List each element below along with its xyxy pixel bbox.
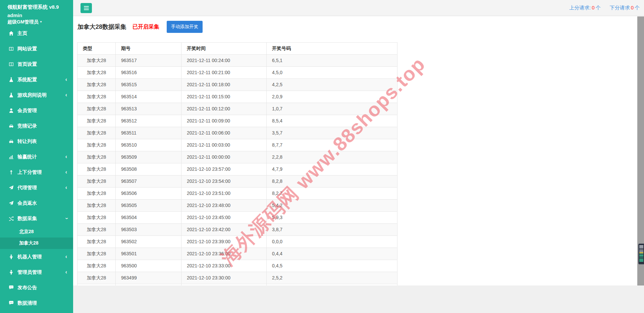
cell-draw-numbers: 8,7,7 [267,139,397,151]
cell-draw-numbers: 5,4,2 [267,200,397,212]
car-icon [9,139,14,144]
sidebar-item-member-management[interactable]: 会员管理 [0,103,73,118]
cell-draw-numbers: 3,5,7 [267,127,397,139]
bar-chart-icon [9,154,14,159]
cell-draw-time: 2021-12-11 00:18:00 [181,79,267,91]
comment-icon [9,285,14,290]
sidebar-item-label: 首页设置 [17,61,37,67]
cell-draw-numbers: 2,5,2 [267,272,397,284]
sidebar-item-label: 主页 [17,30,27,37]
cell-draw-numbers: 1,0,7 [267,103,397,115]
sidebar-subitem-label: 加拿大28 [19,240,39,246]
sidebar-item-data-collection[interactable]: 数据采集‹ [0,211,73,226]
cell-type: 加拿大28 [77,163,116,175]
level-up-icon [9,170,14,175]
sidebar-item-home[interactable]: 主页 [0,25,73,41]
cell-draw-numbers: 2,2,8 [267,151,397,163]
sidebar-item-label: 竞猜记录 [17,123,37,129]
table-row: 加拿大289635032021-12-10 23:42:003,8,7 [77,224,397,236]
caret-down-icon: ▾ [40,19,42,24]
column-header: 期号 [116,43,181,55]
paper-plane-icon [9,201,14,206]
cell-issue-number: 963505 [116,200,181,212]
sidebar-item-label: 系统配置 [17,76,37,83]
cell-type: 加拿大28 [77,260,116,272]
sidebar-item-system-config[interactable]: 系统配置‹ [0,72,73,87]
sidebar-item-transfer-list[interactable]: 转让列表 [0,134,73,149]
cell-issue-number: 963502 [116,236,181,248]
sidebar-item-site-settings[interactable]: 网站设置 [0,41,73,56]
sidebar-item-betting-records[interactable]: 竞猜记录 [0,118,73,134]
sidebar-item-game-room-info[interactable]: 游戏房间说明‹ [0,87,73,103]
cell-draw-time: 2021-12-10 23:42:00 [181,224,267,236]
manual-add-draw-button[interactable]: 手动添加开奖 [167,21,203,33]
cell-type: 加拿大28 [77,188,116,200]
down-score-request-link[interactable]: 下分请求0个 [610,5,640,11]
sidebar-item-agent-management[interactable]: 代理管理‹ [0,180,73,195]
sidebar-subitem-label: 北京28 [19,229,34,235]
cell-draw-numbers: 0,4,5 [267,260,397,272]
sidebar-item-label: 上下分管理 [17,169,42,175]
cell-type: 加拿大28 [77,200,116,212]
cell-draw-numbers: 6,5,1 [267,55,397,67]
table-row: 加拿大289635162021-12-11 00:21:004,5,0 [77,67,397,79]
sidebar-item-win-loss-stats[interactable]: 输赢统计‹ [0,149,73,164]
sidebar-item-publish-announcement[interactable]: 发布公告 [0,280,73,295]
table-row: 加拿大289635132021-12-11 00:12:001,0,7 [77,103,397,115]
cell-type: 加拿大28 [77,236,116,248]
cell-draw-numbers: 8,5,4 [267,115,397,127]
cell-issue-number: 963516 [116,67,181,79]
sidebar-subitem-canada28[interactable]: 加拿大28 [0,238,73,249]
username: admin [0,10,73,18]
collection-status-badge: 已开启采集 [132,23,159,31]
up-score-request-link[interactable]: 上分请求:0个 [569,5,601,11]
cell-draw-numbers: 4,7,9 [267,163,397,175]
cell-draw-time: 2021-12-11 00:06:00 [181,127,267,139]
sidebar-item-admin-management[interactable]: 管理员管理‹ [0,264,73,280]
minimap-widget[interactable] [638,244,644,264]
cell-issue-number: 963512 [116,115,181,127]
cell-type: 加拿大28 [77,67,116,79]
sidebar-menu: 主页网站设置首页设置系统配置‹游戏房间说明‹会员管理竞猜记录转让列表输赢统计‹上… [0,25,73,311]
chevron-left-icon: ‹ [65,154,67,159]
results-table: 类型期号开奖时间开奖号码 加拿大289635172021-12-11 00:24… [77,42,397,285]
cell-draw-time: 2021-12-11 00:21:00 [181,67,267,79]
sidebar-item-member-rebate[interactable]: 会员返水 [0,195,73,211]
cell-draw-time: 2021-12-11 00:24:00 [181,55,267,67]
cell-issue-number: 963508 [116,163,181,175]
cell-draw-time: 2021-12-10 23:51:00 [181,188,267,200]
topbar-right: 上分请求:0个 下分请求0个 [569,5,644,11]
table-head: 类型期号开奖时间开奖号码 [77,43,397,55]
chevron-left-icon: ‹ [65,169,67,175]
robot-icon [9,254,14,259]
cell-issue-number: 963513 [116,103,181,115]
sidebar-item-label: 会员管理 [17,107,37,114]
sidebar-subitem-beijing28[interactable]: 北京28 [0,226,73,238]
cell-issue-number: 963510 [116,139,181,151]
chevron-left-icon: ‹ [65,269,67,275]
cell-draw-time: 2021-12-10 23:45:00 [181,212,267,224]
columns-icon [9,46,14,51]
cell-draw-numbers: 2,0,9 [267,91,397,103]
sidebar-item-score-management[interactable]: 上下分管理‹ [0,164,73,180]
chevron-down-icon: ‹ [63,217,69,219]
table-row: 加拿大289634992021-12-10 23:30:002,5,2 [77,272,397,284]
sidebar-item-homepage-settings[interactable]: 首页设置 [0,56,73,72]
sidebar-item-data-cleanup[interactable]: 数据清理 [0,295,73,311]
cell-type: 加拿大28 [77,151,116,163]
user-role-dropdown[interactable]: 超级GM管理员 ▾ [0,18,73,24]
flask-icon [9,77,14,82]
table-row: 加拿大289635062021-12-10 23:51:008,2,7 [77,188,397,200]
cell-type: 加拿大28 [77,91,116,103]
sidebar-item-robot-management[interactable]: 机器人管理‹ [0,249,73,264]
cell-type: 加拿大28 [77,55,116,67]
cell-issue-number: 963499 [116,272,181,284]
cell-draw-time: 2021-12-10 23:33:00 [181,260,267,272]
sidebar-toggle-button[interactable] [80,3,92,13]
cell-draw-numbers: 8,2,8 [267,175,397,188]
sidebar: 领航财富管理系统 v8.9 admin 超级GM管理员 ▾ 主页网站设置首页设置… [0,0,73,313]
table-row: 加拿大289635042021-12-10 23:45:005,9,3 [77,212,397,224]
chevron-left-icon: ‹ [65,92,67,98]
chevron-left-icon: ‹ [65,77,67,82]
sidebar-item-label: 代理管理 [17,185,37,191]
